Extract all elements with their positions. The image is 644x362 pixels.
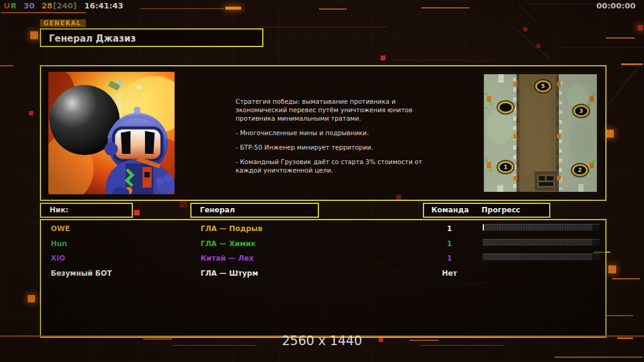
lobby-screen: UR 30 28[240] 16:41:43 00:00:00 GENERAL … <box>0 0 644 362</box>
vignette-overlay <box>0 0 644 362</box>
